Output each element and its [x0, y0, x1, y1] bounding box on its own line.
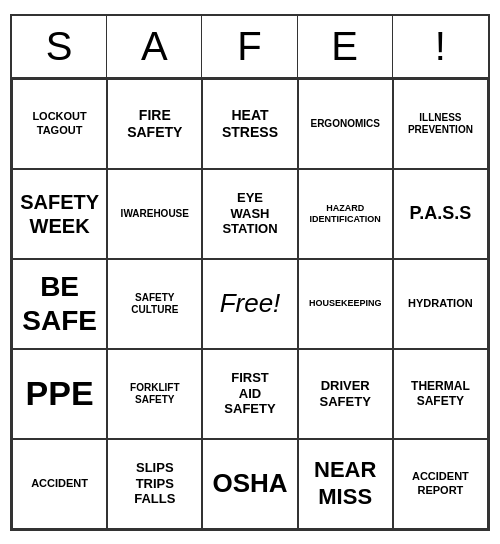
cell-4-3[interactable]: NEARMISS: [298, 439, 393, 529]
bingo-card: S A F E ! LOCKOUTTAGOUT FIRESAFETY HEATS…: [10, 14, 490, 531]
header-e: E: [298, 16, 393, 77]
bingo-header: S A F E !: [12, 16, 488, 79]
cell-2-4[interactable]: HYDRATION: [393, 259, 488, 349]
cell-0-0[interactable]: LOCKOUTTAGOUT: [12, 79, 107, 169]
cell-2-2[interactable]: Free!: [202, 259, 297, 349]
cell-2-1[interactable]: SAFETYCULTURE: [107, 259, 202, 349]
cell-0-1[interactable]: FIRESAFETY: [107, 79, 202, 169]
cell-0-3[interactable]: ERGONOMICS: [298, 79, 393, 169]
bingo-grid: LOCKOUTTAGOUT FIRESAFETY HEATSTRESS ERGO…: [12, 79, 488, 529]
cell-3-4[interactable]: THERMALSAFETY: [393, 349, 488, 439]
cell-4-0[interactable]: ACCIDENT: [12, 439, 107, 529]
cell-4-2[interactable]: OSHA: [202, 439, 297, 529]
cell-1-4[interactable]: P.A.S.S: [393, 169, 488, 259]
cell-3-1[interactable]: FORKLIFTSAFETY: [107, 349, 202, 439]
cell-4-4[interactable]: ACCIDENTREPORT: [393, 439, 488, 529]
cell-4-1[interactable]: SLIPSTRIPSFALLS: [107, 439, 202, 529]
header-s: S: [12, 16, 107, 77]
cell-0-2[interactable]: HEATSTRESS: [202, 79, 297, 169]
cell-1-1[interactable]: IWAREHOUSE: [107, 169, 202, 259]
header-a: A: [107, 16, 202, 77]
header-exclaim: !: [393, 16, 488, 77]
cell-3-3[interactable]: DRIVERSAFETY: [298, 349, 393, 439]
cell-3-0[interactable]: PPE: [12, 349, 107, 439]
cell-0-4[interactable]: ILLNESSPREVENTION: [393, 79, 488, 169]
header-f: F: [202, 16, 297, 77]
cell-2-0[interactable]: BESAFE: [12, 259, 107, 349]
cell-1-0[interactable]: SAFETYWEEK: [12, 169, 107, 259]
cell-2-3[interactable]: HOUSEKEEPING: [298, 259, 393, 349]
cell-3-2[interactable]: FIRSTAIDSAFETY: [202, 349, 297, 439]
cell-1-3[interactable]: HAZARDIDENTIFICATION: [298, 169, 393, 259]
cell-1-2[interactable]: EYEWASHSTATION: [202, 169, 297, 259]
